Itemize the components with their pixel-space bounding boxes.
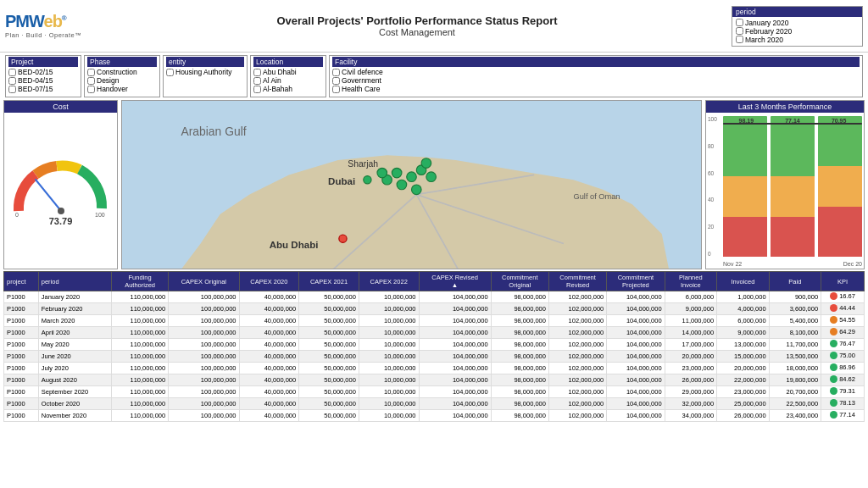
period-item-1[interactable]: January 2020 bbox=[736, 19, 859, 27]
svg-text:Arabian Gulf: Arabian Gulf bbox=[181, 125, 246, 138]
svg-point-20 bbox=[426, 172, 437, 182]
table-row: P1000 May 2020 110,000,000 100,000,000 4… bbox=[4, 339, 865, 351]
map-panel: Arabian Gulf Sharjah Dubai Abu Dhabi Gul… bbox=[121, 100, 702, 269]
perf-values: 98.19 77.14 70.95 bbox=[723, 118, 862, 124]
perf-title: Last 3 Months Performance bbox=[706, 101, 864, 113]
svg-point-15 bbox=[392, 168, 402, 178]
map-svg: Arabian Gulf Sharjah Dubai Abu Dhabi Gul… bbox=[122, 101, 701, 269]
location-filter: Location Abu Dhabi Al Ain Al-Bahah bbox=[250, 55, 326, 97]
logo-area: PMWeb® Plan · Build · Operate™ bbox=[5, 13, 103, 39]
svg-point-24 bbox=[364, 176, 371, 184]
table-row: P1000 September 2020 110,000,000 100,000… bbox=[4, 386, 865, 398]
logo: PMWeb® bbox=[5, 13, 103, 30]
table-row: P1000 November 2020 110,000,000 100,000,… bbox=[4, 410, 865, 422]
x-labels: Nov 22 Dec 20 bbox=[723, 261, 862, 267]
facility-filter: Facility Civil defence Government Health… bbox=[329, 55, 863, 97]
table-row: P1000 February 2020 110,000,000 100,000,… bbox=[4, 303, 865, 315]
period-item-2[interactable]: February 2020 bbox=[736, 27, 859, 36]
svg-text:0: 0 bbox=[15, 212, 19, 218]
table-row: P1000 August 2020 110,000,000 100,000,00… bbox=[4, 374, 865, 386]
svg-point-1 bbox=[58, 208, 64, 214]
period-item-3[interactable]: March 2020 bbox=[736, 36, 859, 44]
svg-text:Dubai: Dubai bbox=[328, 176, 355, 186]
table-row: P1000 April 2020 110,000,000 100,000,000… bbox=[4, 327, 865, 339]
data-table: project period FundingAuthorized CAPEX O… bbox=[3, 271, 865, 428]
svg-point-16 bbox=[407, 172, 417, 182]
performance-panel: Last 3 Months Performance 100 80 60 40 2… bbox=[705, 100, 865, 269]
cost-gauge-panel: Cost 0 100 73.79 bbox=[3, 100, 118, 269]
bar-group-2 bbox=[771, 116, 815, 257]
logo-tagline: Plan · Build · Operate™ bbox=[5, 31, 103, 39]
period-filter-box: period January 2020 February 2020 March … bbox=[732, 6, 863, 47]
svg-point-25 bbox=[339, 235, 347, 242]
report-title: Overall Projects' Portfolio Performance … bbox=[108, 14, 726, 37]
cost-gauge-title: Cost bbox=[4, 101, 117, 113]
svg-text:Sharjah: Sharjah bbox=[348, 159, 378, 169]
svg-text:100: 100 bbox=[95, 212, 105, 218]
svg-text:Gulf of Oman: Gulf of Oman bbox=[574, 192, 620, 201]
entity-filter: entity Housing Authority bbox=[163, 55, 248, 97]
table-row: P1000 October 2020 110,000,000 100,000,0… bbox=[4, 398, 865, 410]
table-body: P1000 January 2020 110,000,000 100,000,0… bbox=[4, 291, 865, 422]
table-row: P1000 March 2020 110,000,000 100,000,000… bbox=[4, 315, 865, 327]
y-axis: 100 80 60 40 20 0 bbox=[708, 116, 717, 257]
svg-point-17 bbox=[397, 180, 407, 190]
svg-point-23 bbox=[421, 158, 431, 169]
table-row: P1000 January 2020 110,000,000 100,000,0… bbox=[4, 291, 865, 303]
svg-text:Abu Dhabi: Abu Dhabi bbox=[270, 240, 319, 250]
table-row: P1000 July 2020 110,000,000 100,000,000 … bbox=[4, 363, 865, 374]
table-header: project period FundingAuthorized CAPEX O… bbox=[4, 272, 865, 291]
gauge-value: 73.79 bbox=[49, 216, 73, 226]
gauge-svg: 0 100 bbox=[10, 156, 112, 219]
bar-group-1 bbox=[723, 116, 767, 257]
table-row: P1000 June 2020 110,000,000 100,000,000 … bbox=[4, 351, 865, 363]
svg-point-21 bbox=[412, 185, 422, 195]
svg-line-0 bbox=[36, 180, 61, 211]
bar-group-3 bbox=[818, 116, 862, 257]
period-filter-label: period bbox=[732, 7, 862, 17]
svg-point-22 bbox=[377, 168, 387, 178]
project-filter: Project BED-02/15 BED-04/15 BED-07/15 bbox=[5, 55, 81, 97]
phase-filter: Phase Construction Design Handover bbox=[84, 55, 160, 97]
